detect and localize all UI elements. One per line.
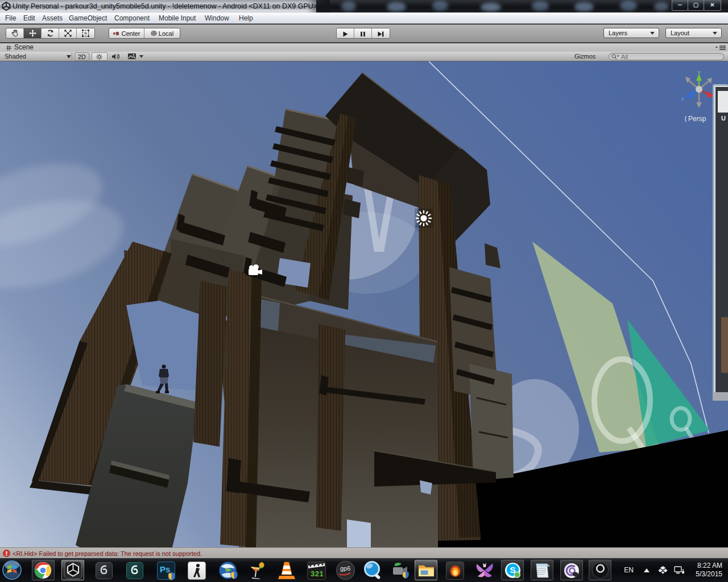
svg-text:⟨ Persp: ⟨ Persp <box>684 115 706 123</box>
svg-text:gp6: gp6 <box>340 565 350 572</box>
svg-text:Y: Y <box>697 70 701 76</box>
svg-text:z: z <box>681 96 684 102</box>
svg-text:U: U <box>721 115 726 122</box>
